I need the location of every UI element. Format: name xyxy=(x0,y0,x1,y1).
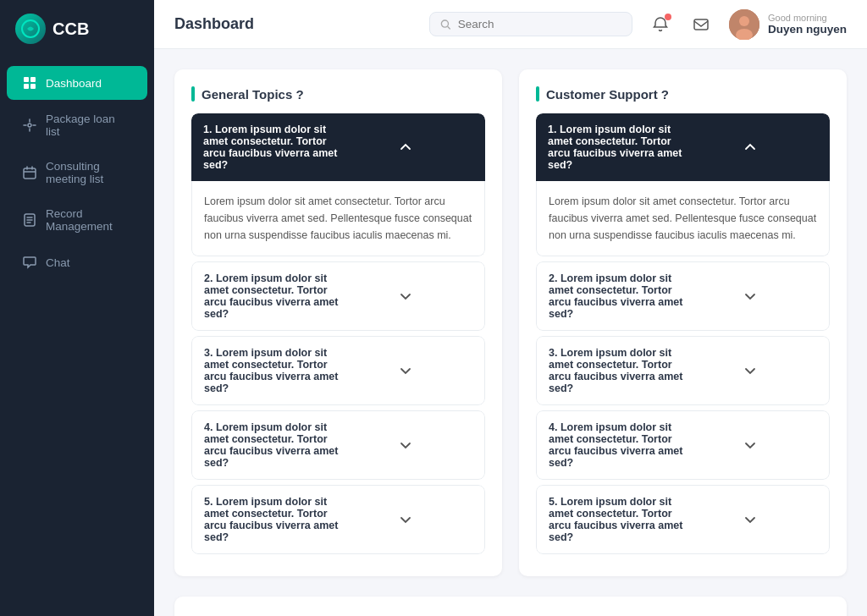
accordion-header-3[interactable]: 3. Lorem ipsum dolor sit amet consectetu… xyxy=(536,336,830,405)
search-input[interactable] xyxy=(458,18,621,30)
accordion-item: 4. Lorem ipsum dolor sit amet consectetu… xyxy=(536,410,830,480)
accordion-header-5[interactable]: 5. Lorem ipsum dolor sit amet consectetu… xyxy=(191,485,485,554)
accordion-label: 2. Lorem ipsum dolor sit amet consectetu… xyxy=(204,272,339,320)
faq-grid: General Topics ? 1. Lorem ipsum dolor si… xyxy=(174,69,847,576)
sidebar-nav: Dashboard Package loan list Consulting xyxy=(0,58,154,288)
chevron-down-icon xyxy=(683,362,818,379)
sidebar-item-package-loan[interactable]: Package loan list xyxy=(7,103,147,147)
accordion-header-3[interactable]: 3. Lorem ipsum dolor sit amet consectetu… xyxy=(191,336,485,405)
svg-rect-4 xyxy=(30,84,36,89)
svg-rect-9 xyxy=(694,19,708,30)
sidebar: CCB Dashboard Package loan xyxy=(0,0,154,616)
accordion-item: 5. Lorem ipsum dolor sit amet consectetu… xyxy=(536,485,830,554)
sidebar-item-consulting[interactable]: Consulting meeting list xyxy=(7,151,147,195)
notification-button[interactable] xyxy=(646,10,675,39)
app-logo[interactable]: CCB xyxy=(0,0,154,58)
accordion-label: 1. Lorem ipsum dolor sit amet consectetu… xyxy=(203,124,339,171)
accordion-header-4[interactable]: 4. Lorem ipsum dolor sit amet consectetu… xyxy=(191,410,485,480)
package-icon xyxy=(22,118,37,133)
accordion-header-2[interactable]: 2. Lorem ipsum dolor sit amet consectetu… xyxy=(536,261,830,331)
accordion-item: 4. Lorem ipsum dolor sit amet consectetu… xyxy=(191,410,485,480)
accordion-label: 2. Lorem ipsum dolor sit amet consectetu… xyxy=(549,272,683,320)
chevron-down-icon xyxy=(339,288,473,305)
user-name: Duyen nguyen xyxy=(768,23,847,36)
question-section: Still have question ? You can post your … xyxy=(174,597,847,616)
accordion-header-5[interactable]: 5. Lorem ipsum dolor sit amet consectetu… xyxy=(536,485,830,554)
accordion-item: 1. Lorem ipsum dolor sit amet consectetu… xyxy=(191,113,485,256)
accordion-item: 3. Lorem ipsum dolor sit amet consectetu… xyxy=(536,336,830,405)
accordion-item: 1. Lorem ipsum dolor sit amet consectetu… xyxy=(536,113,830,256)
accordion-header-1[interactable]: 1. Lorem ipsum dolor sit amet consectetu… xyxy=(536,113,830,181)
accordion-body: Lorem ipsum dolor sit amet consectetur. … xyxy=(191,181,485,256)
accordion-header-2[interactable]: 2. Lorem ipsum dolor sit amet consectetu… xyxy=(191,261,485,331)
accordion-item: 5. Lorem ipsum dolor sit amet consectetu… xyxy=(191,485,485,554)
svg-point-11 xyxy=(739,16,749,26)
accordion-label: 1. Lorem ipsum dolor sit amet consectetu… xyxy=(548,124,683,171)
svg-point-8 xyxy=(441,20,448,27)
accordion-item: 2. Lorem ipsum dolor sit amet consectetu… xyxy=(191,261,485,331)
svg-rect-3 xyxy=(24,84,29,89)
accordion-label: 4. Lorem ipsum dolor sit amet consectetu… xyxy=(549,421,683,469)
accordion-body: Lorem ipsum dolor sit amet consectetur. … xyxy=(536,181,830,256)
avatar xyxy=(729,9,759,40)
page-content: General Topics ? 1. Lorem ipsum dolor si… xyxy=(154,49,867,616)
svg-point-5 xyxy=(28,124,31,127)
customer-support-list: 1. Lorem ipsum dolor sit amet consectetu… xyxy=(536,113,830,554)
mail-icon xyxy=(693,16,710,33)
svg-rect-6 xyxy=(24,168,36,179)
accordion-item: 2. Lorem ipsum dolor sit amet consectetu… xyxy=(536,261,830,331)
chevron-down-icon xyxy=(339,362,473,379)
chevron-up-icon xyxy=(683,139,819,156)
accordion-label: 5. Lorem ipsum dolor sit amet consectetu… xyxy=(549,496,683,543)
svg-rect-1 xyxy=(24,77,29,82)
accordion-header-4[interactable]: 4. Lorem ipsum dolor sit amet consectetu… xyxy=(536,410,830,480)
customer-support-section: Customer Support ? 1. Lorem ipsum dolor … xyxy=(519,69,847,576)
customer-support-title: Customer Support ? xyxy=(536,86,830,102)
sidebar-item-record[interactable]: Record Management xyxy=(7,198,147,242)
mail-button[interactable] xyxy=(687,10,715,39)
record-icon xyxy=(22,212,37,228)
chevron-down-icon xyxy=(683,288,818,305)
user-info: Good morning Duyen nguyen xyxy=(729,9,847,40)
chat-icon xyxy=(22,255,37,270)
page-title: Dashboard xyxy=(174,15,416,33)
user-greeting-block: Good morning Duyen nguyen xyxy=(768,13,847,36)
accordion-header-1[interactable]: 1. Lorem ipsum dolor sit amet consectetu… xyxy=(191,113,485,181)
general-topics-list: 1. Lorem ipsum dolor sit amet consectetu… xyxy=(191,113,485,554)
logo-icon xyxy=(15,14,46,44)
sidebar-item-dashboard[interactable]: Dashboard xyxy=(7,66,147,100)
accordion-label: 3. Lorem ipsum dolor sit amet consectetu… xyxy=(204,347,339,394)
chevron-down-icon xyxy=(339,437,473,454)
general-topics-section: General Topics ? 1. Lorem ipsum dolor si… xyxy=(174,69,502,576)
chevron-down-icon xyxy=(683,437,818,454)
accordion-label: 5. Lorem ipsum dolor sit amet consectetu… xyxy=(204,496,339,543)
sidebar-item-chat[interactable]: Chat xyxy=(7,245,147,279)
chevron-down-icon xyxy=(683,511,818,528)
notification-badge xyxy=(665,14,671,20)
chevron-up-icon xyxy=(339,139,474,156)
dashboard-icon xyxy=(22,75,37,91)
chevron-down-icon xyxy=(339,511,473,528)
header: Dashboard xyxy=(154,0,867,49)
accordion-label: 4. Lorem ipsum dolor sit amet consectetu… xyxy=(204,421,339,469)
accordion-item: 3. Lorem ipsum dolor sit amet consectetu… xyxy=(191,336,485,405)
accordion-label: 3. Lorem ipsum dolor sit amet consectetu… xyxy=(549,347,683,394)
search-box[interactable] xyxy=(429,12,632,36)
header-icons xyxy=(646,10,715,39)
greeting-text: Good morning xyxy=(768,13,847,23)
svg-rect-2 xyxy=(30,77,36,82)
general-topics-title: General Topics ? xyxy=(191,86,485,102)
main-content: Dashboard xyxy=(154,0,867,616)
calendar-icon xyxy=(22,165,37,180)
search-icon xyxy=(440,19,451,30)
